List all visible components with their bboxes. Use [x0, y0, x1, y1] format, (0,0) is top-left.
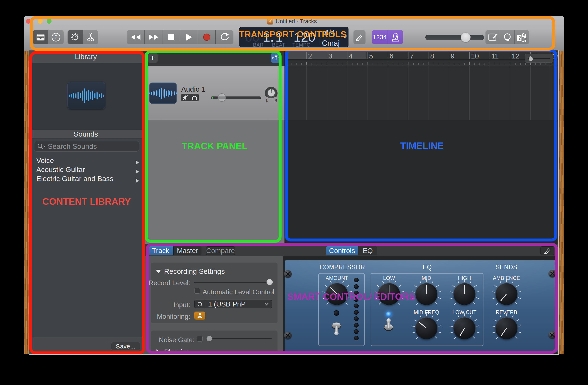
- library-toggle-button[interactable]: [33, 30, 48, 44]
- library-item-label: Acoustic Guitar: [36, 165, 85, 174]
- knob-midfreq[interactable]: [416, 317, 437, 339]
- editors-button[interactable]: [83, 30, 98, 44]
- ruler-tick: [332, 63, 332, 65]
- ruler-tick: [510, 62, 510, 65]
- controls-eq-segment: Controls EQ: [326, 246, 377, 255]
- search-sounds-input[interactable]: Search Sounds: [34, 141, 139, 152]
- compressor-meter-led: [354, 284, 359, 289]
- ruler-bar-line: [429, 50, 429, 59]
- chevron-right-icon: [136, 178, 139, 183]
- tab-track[interactable]: Track: [148, 246, 173, 255]
- track-panel: + Audio 1: [143, 50, 285, 244]
- library-item-voice[interactable]: Voice: [29, 156, 143, 165]
- stop-button[interactable]: [162, 30, 180, 44]
- ruler-tick: [474, 63, 475, 65]
- window-close-button[interactable]: [26, 19, 31, 24]
- record-level-slider[interactable]: [194, 282, 271, 283]
- library-item-acoustic-guitar[interactable]: Acoustic Guitar: [29, 165, 143, 174]
- timeline-zoom-slider[interactable]: [525, 54, 553, 63]
- metronome-button[interactable]: [388, 30, 403, 44]
- timeline-track-lane[interactable]: [285, 66, 559, 120]
- master-volume-knob[interactable]: [461, 33, 471, 42]
- zoom-slider-handle[interactable]: [528, 55, 533, 62]
- disclosure-open-icon[interactable]: [156, 269, 161, 274]
- knob-amount[interactable]: [326, 283, 348, 305]
- knob-high[interactable]: [453, 283, 475, 305]
- play-button[interactable]: [180, 30, 198, 44]
- timeline-ruler[interactable]: 234567891011121314: [285, 50, 559, 59]
- quick-help-button[interactable]: ?: [48, 30, 63, 44]
- note-pad-button[interactable]: [485, 30, 500, 44]
- knob-tick: [518, 325, 521, 326]
- knob-tick: [494, 285, 497, 287]
- knob-mid[interactable]: [416, 283, 437, 305]
- catch-playhead-button[interactable]: [271, 53, 281, 63]
- screw-icon: [284, 270, 292, 278]
- lcd-display[interactable]: 00 1. 1 BAR BEAT 120 TEMPO 4/4 Cmaj: [239, 27, 349, 47]
- tuner-button[interactable]: [541, 246, 554, 255]
- level-meter-left: [212, 97, 213, 99]
- track-name[interactable]: Audio 1: [181, 85, 206, 93]
- toolbar-tuner-button[interactable]: [354, 30, 365, 44]
- ruler-tick: [383, 63, 383, 65]
- knob-tick: [454, 303, 456, 305]
- lcd-bar-label: BAR: [253, 42, 264, 48]
- record-level-knob[interactable]: [267, 279, 273, 285]
- ruler-tick: [357, 63, 357, 65]
- tab-eq[interactable]: EQ: [358, 246, 377, 255]
- tab-master[interactable]: Master: [173, 246, 202, 255]
- lcd-chevron-down-icon[interactable]: [343, 35, 347, 39]
- input-select[interactable]: 1 (USB PnP: [194, 300, 272, 308]
- master-volume-slider[interactable]: [425, 35, 484, 40]
- rewind-button[interactable]: [127, 30, 145, 44]
- noise-gate-knob[interactable]: [207, 336, 212, 341]
- waveform-bar: [78, 92, 79, 100]
- help-icon: ?: [51, 33, 61, 42]
- window-zoom-button[interactable]: [47, 19, 52, 24]
- timeline-grid-line: [408, 66, 408, 120]
- forward-button[interactable]: [145, 30, 162, 44]
- mute-button[interactable]: [181, 94, 190, 101]
- disclosure-closed-icon[interactable]: [156, 349, 160, 355]
- knob-reverb[interactable]: [496, 317, 517, 339]
- monitoring-icon: [196, 313, 203, 319]
- waveform-bar: [84, 88, 85, 103]
- auto-level-checkbox[interactable]: [194, 288, 200, 294]
- compressor-toggle-switch[interactable]: [331, 317, 342, 338]
- knob-tick: [464, 279, 465, 282]
- plugins-label[interactable]: Plug-ins: [164, 348, 190, 355]
- ruler-tick: [291, 63, 292, 65]
- cycle-button[interactable]: [215, 30, 233, 44]
- save-button[interactable]: Save...: [111, 342, 140, 350]
- desktop-wood-right: [559, 50, 564, 354]
- monitoring-button[interactable]: [194, 312, 205, 320]
- knob-low[interactable]: [378, 283, 400, 305]
- pan-knob[interactable]: L R: [264, 86, 278, 104]
- track-volume-knob[interactable]: [218, 93, 226, 102]
- tab-controls[interactable]: Controls: [326, 246, 358, 255]
- media-browser-button[interactable]: [514, 30, 529, 44]
- loop-browser-button[interactable]: [500, 30, 514, 44]
- noise-gate-checkbox[interactable]: [197, 336, 203, 342]
- track-header-audio1[interactable]: Audio 1: [143, 66, 285, 120]
- window-minimize-button[interactable]: [38, 19, 43, 24]
- library-item-electric-guitar-and-bass[interactable]: Electric Guitar and Bass: [29, 174, 143, 183]
- waveform-bar: [92, 91, 93, 100]
- noise-gate-slider[interactable]: [207, 338, 272, 339]
- input-select-value: 1 (USB PnP: [208, 300, 246, 308]
- smart-controls-button[interactable]: [68, 30, 83, 44]
- eq-toggle-switch[interactable]: [383, 317, 395, 339]
- ruler-tick: [480, 63, 480, 65]
- record-button[interactable]: [198, 30, 215, 44]
- add-track-button[interactable]: +: [148, 53, 158, 63]
- input-monitor-button[interactable]: [190, 94, 199, 101]
- library-item-label: Voice: [36, 156, 54, 165]
- waveform-bar: [169, 91, 170, 95]
- knob-tick: [518, 297, 521, 299]
- count-in-button[interactable]: 1234: [372, 30, 388, 44]
- knob-lowcut[interactable]: [453, 317, 475, 339]
- compare-button[interactable]: Compare: [206, 246, 235, 255]
- knob-ambience[interactable]: [496, 283, 517, 305]
- recording-settings-title[interactable]: Recording Settings: [164, 267, 225, 275]
- zoom-handle-icon: [528, 55, 533, 61]
